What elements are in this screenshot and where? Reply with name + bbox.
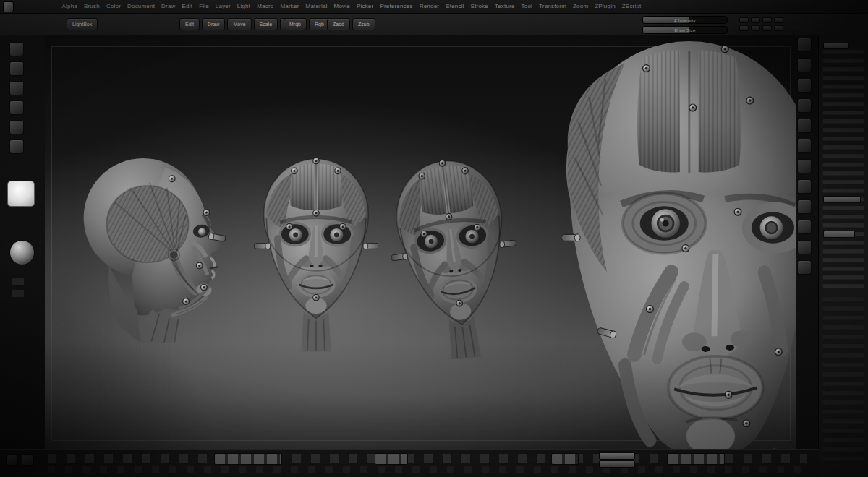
- menu-item[interactable]: Edit: [179, 0, 196, 13]
- local-transform-icon[interactable]: [797, 98, 812, 113]
- stroke-thumbnail-icon[interactable]: [9, 61, 24, 76]
- menu-item[interactable]: Macro: [254, 0, 277, 13]
- menu-item[interactable]: Draw: [158, 0, 179, 13]
- bottom-toolbar: [0, 449, 819, 477]
- scale-mode-button[interactable]: Scale: [254, 18, 278, 30]
- gradient-icon[interactable]: [9, 120, 24, 134]
- tool-panel-sliders-upper[interactable]: [823, 50, 864, 288]
- menu-item[interactable]: Stroke: [467, 0, 491, 13]
- slider-label: Z Intensity: [643, 17, 727, 23]
- draw-mode-button[interactable]: Draw: [202, 18, 225, 30]
- menu-item[interactable]: Stencil: [443, 0, 467, 13]
- menu-item[interactable]: ZPlugin: [592, 0, 619, 13]
- frame-mesh-icon[interactable]: [797, 199, 812, 214]
- menu-item[interactable]: File: [196, 0, 213, 13]
- ecorche-head-three-quarter[interactable]: [391, 154, 521, 359]
- z-intensity-slider[interactable]: Z Intensity: [642, 16, 728, 24]
- menu-item[interactable]: Movie: [331, 0, 353, 13]
- move-3d-icon[interactable]: [797, 220, 812, 234]
- menu-item[interactable]: Texture: [491, 0, 518, 13]
- ecorche-head-front-render: [254, 152, 378, 352]
- zsub-button[interactable]: Zsub: [352, 18, 375, 30]
- ghost-icon[interactable]: [797, 159, 812, 173]
- left-shelf: [0, 35, 45, 450]
- ecorche-head-profile-render: [76, 150, 242, 343]
- menu-bar: AlphaBrushColorDocumentDrawEditFileLayer…: [0, 0, 868, 14]
- menu-item[interactable]: Picker: [353, 0, 376, 13]
- ecorche-head-closeup-render: [557, 36, 796, 450]
- bottom-toolbar-light-button[interactable]: [599, 452, 635, 460]
- menu-item[interactable]: Zoom: [570, 0, 592, 13]
- move-mode-button[interactable]: Move: [227, 18, 251, 30]
- menu-item[interactable]: Color: [103, 0, 124, 13]
- menu-item[interactable]: ZScript: [618, 0, 644, 13]
- bpr-render-icon[interactable]: [797, 38, 812, 52]
- bottom-toolbar-cluster[interactable]: [667, 453, 725, 465]
- menu-item[interactable]: Transform: [536, 0, 570, 13]
- draw-size-slider[interactable]: Draw Size: [642, 26, 728, 34]
- lightbox-button[interactable]: LightBox: [67, 18, 98, 30]
- tool-panel-accent-button[interactable]: [823, 43, 849, 49]
- tool-panel: [818, 14, 868, 477]
- sculpt-canvas[interactable]: [45, 35, 796, 450]
- bottom-toolbar-cluster[interactable]: [214, 453, 282, 465]
- color-swatch[interactable]: [7, 181, 35, 207]
- scale-3d-icon[interactable]: [797, 240, 812, 254]
- menu-item[interactable]: Alpha: [59, 0, 80, 13]
- ecorche-head-closeup[interactable]: [557, 36, 796, 450]
- shelf-button-cluster[interactable]: [739, 17, 783, 31]
- right-shelf: [797, 38, 816, 275]
- ecorche-head-three-quarter-render: [391, 154, 521, 359]
- rotate-3d-icon[interactable]: [797, 260, 812, 275]
- bottom-toolbar-icons-row-2[interactable]: [48, 466, 807, 473]
- menu-item[interactable]: Brush: [80, 0, 103, 13]
- menu-item[interactable]: Material: [302, 0, 331, 13]
- floor-grid-icon[interactable]: [797, 78, 812, 93]
- ecorche-head-profile[interactable]: [76, 150, 242, 347]
- ecorche-head-front[interactable]: [254, 152, 378, 353]
- bottom-toolbar-cluster[interactable]: [551, 453, 579, 465]
- bottom-toolbar-light-button-2[interactable]: [599, 460, 635, 468]
- menu-item[interactable]: Preferences: [377, 0, 416, 13]
- tool-panel-accent-button[interactable]: [823, 196, 861, 203]
- texture-thumbnail-icon[interactable]: [9, 100, 24, 115]
- menu-item[interactable]: Light: [234, 0, 253, 13]
- menu-item[interactable]: Marker: [277, 0, 302, 13]
- menu-item[interactable]: Document: [124, 0, 158, 13]
- symmetry-icon[interactable]: [797, 119, 812, 133]
- menu-items: AlphaBrushColorDocumentDrawEditFileLayer…: [59, 0, 644, 13]
- tool-panel-accent-button[interactable]: [823, 231, 855, 238]
- top-shelf: LightBox EditDrawMoveScaleRotate MrgbRgb…: [0, 13, 868, 35]
- material-sphere[interactable]: [9, 240, 35, 265]
- switch-color-icon[interactable]: [12, 278, 25, 286]
- bottom-left-icons[interactable]: [6, 454, 34, 466]
- alpha-thumbnail-icon[interactable]: [9, 81, 24, 95]
- solo-icon[interactable]: [797, 179, 812, 194]
- mrgb-button[interactable]: Mrgb: [284, 18, 307, 30]
- menu-item[interactable]: Layer: [212, 0, 234, 13]
- brush-thumbnail-icon[interactable]: [9, 42, 24, 56]
- color-picker-icon[interactable]: [9, 139, 24, 154]
- bottom-toolbar-cluster[interactable]: [375, 453, 408, 465]
- zbrush-window: AlphaBrushColorDocumentDrawEditFileLayer…: [0, 0, 868, 477]
- transparency-icon[interactable]: [797, 139, 812, 153]
- menu-item[interactable]: Tool: [518, 0, 535, 13]
- gradient-strip-icon[interactable]: [12, 289, 25, 298]
- tool-panel-sliders-lower[interactable]: [823, 297, 864, 463]
- edit-mode-button[interactable]: Edit: [179, 18, 200, 30]
- menu-item[interactable]: Render: [416, 0, 442, 13]
- app-logo-icon: [3, 1, 14, 12]
- perspective-icon[interactable]: [797, 58, 812, 72]
- zadd-button[interactable]: Zadd: [327, 18, 350, 30]
- slider-label: Draw Size: [643, 27, 727, 33]
